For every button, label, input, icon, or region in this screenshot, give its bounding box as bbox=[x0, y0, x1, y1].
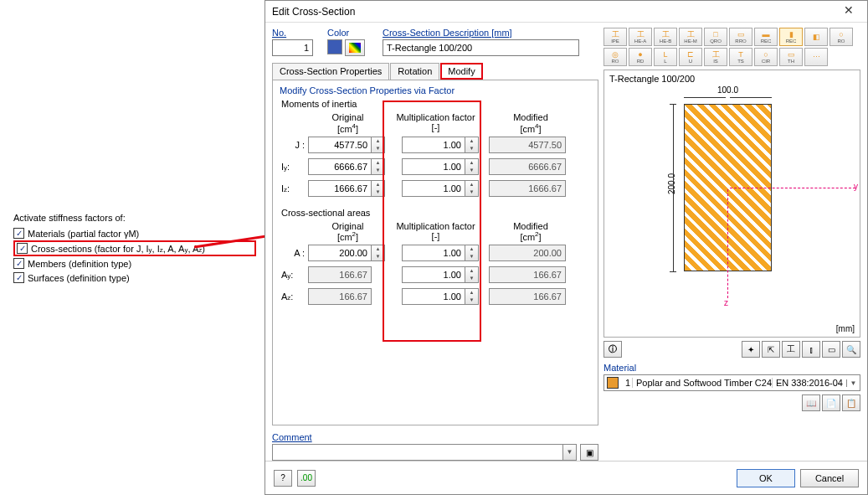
material-color-icon bbox=[607, 377, 619, 389]
material-new-button[interactable]: 📄 bbox=[822, 394, 840, 411]
az-modified bbox=[489, 288, 566, 305]
activate-stiffness-panel: Activate stiffness factors of: ✓Material… bbox=[13, 213, 256, 285]
desc-label: Cross-Section Description [mm] bbox=[383, 28, 598, 38]
a-modified bbox=[489, 245, 566, 261]
dim-height: 200.0 bbox=[667, 173, 676, 194]
profile-hea[interactable]: 工HE-A bbox=[629, 28, 652, 46]
tab-properties[interactable]: Cross-Section Properties bbox=[272, 63, 389, 80]
section-title: Modify Cross-Section Properties via Fact… bbox=[280, 85, 591, 95]
tab-bar: Cross-Section Properties Rotation Modify bbox=[272, 63, 598, 80]
profile-rec2[interactable]: ▮REC bbox=[779, 28, 803, 46]
profile-u[interactable]: ⊏U bbox=[679, 48, 702, 66]
color-swatch[interactable] bbox=[327, 39, 342, 54]
z-axis bbox=[727, 189, 728, 298]
help-button[interactable]: ? bbox=[274, 470, 292, 487]
material-label: Material bbox=[603, 363, 860, 373]
profile-th[interactable]: ▭TH bbox=[779, 48, 803, 66]
iy-original[interactable] bbox=[308, 158, 372, 175]
cancel-button[interactable]: Cancel bbox=[800, 469, 859, 487]
dialog-footer: ? .00 OK Cancel bbox=[265, 461, 867, 494]
check-icon: ✓ bbox=[13, 228, 24, 239]
stress-button[interactable]: ⫿ bbox=[802, 341, 820, 358]
iz-modified bbox=[489, 180, 566, 197]
number-input[interactable] bbox=[272, 39, 313, 56]
ay-original bbox=[308, 266, 372, 283]
profile-is[interactable]: 工IS bbox=[704, 48, 727, 66]
units-button[interactable]: .00 bbox=[297, 470, 316, 487]
chevron-down-icon: ▼ bbox=[846, 379, 860, 387]
ay-modified bbox=[489, 266, 566, 283]
profile-qro[interactable]: □QRO bbox=[704, 28, 727, 46]
profile-more[interactable]: ⋯ bbox=[804, 48, 828, 66]
palette-button[interactable] bbox=[345, 39, 365, 56]
no-label: No. bbox=[272, 28, 321, 38]
comment-combo[interactable]: ▼ bbox=[272, 444, 577, 461]
title-bar: Edit Cross-Section ✕ bbox=[265, 1, 867, 23]
profile-ipe[interactable]: 工IPE bbox=[603, 28, 627, 46]
palette-icon bbox=[349, 43, 361, 53]
comment-label: Comment bbox=[272, 432, 598, 442]
material-combo[interactable]: 1 Poplar and Softwood Timber C24 EN 338:… bbox=[603, 374, 860, 391]
profile-l[interactable]: LL bbox=[654, 48, 677, 66]
profile-cir[interactable]: ○CIR bbox=[754, 48, 778, 66]
checkbox-materials[interactable]: ✓Materials (partial factor γM) bbox=[13, 226, 256, 240]
profile-ro[interactable]: ○RO bbox=[829, 28, 853, 46]
chevron-down-icon: ▼ bbox=[562, 445, 576, 460]
detail-button[interactable]: ▭ bbox=[822, 341, 840, 358]
iy-modified bbox=[489, 158, 566, 175]
y-axis-label: y bbox=[854, 182, 858, 191]
close-button[interactable]: ✕ bbox=[837, 3, 860, 20]
profile-heb[interactable]: 工HE-B bbox=[654, 28, 677, 46]
a-original[interactable] bbox=[308, 245, 372, 261]
print-button[interactable]: 🔍 bbox=[842, 341, 860, 358]
profile-library: 工IPE 工HE-A 工HE-B 工HE-M □QRO ▭RRO ▬REC ▮R… bbox=[603, 28, 860, 66]
edit-cross-section-dialog: Edit Cross-Section ✕ No. Color Cross-Sec… bbox=[265, 0, 868, 495]
material-edit-button[interactable]: 📋 bbox=[842, 394, 860, 411]
profile-3d[interactable]: ◧ bbox=[804, 28, 828, 46]
profile-rd[interactable]: ●RD bbox=[629, 48, 652, 66]
az-original bbox=[308, 288, 372, 305]
dim-width: 100.0 bbox=[684, 85, 772, 95]
z-axis-label: z bbox=[724, 298, 728, 307]
color-label: Color bbox=[327, 28, 376, 38]
profile-rec[interactable]: ▬REC bbox=[754, 28, 778, 46]
axis-button[interactable]: ✦ bbox=[742, 341, 760, 358]
iz-original[interactable] bbox=[308, 180, 372, 197]
j-modified bbox=[489, 137, 566, 153]
profile-hem[interactable]: 工HE-M bbox=[679, 28, 702, 46]
ok-button[interactable]: OK bbox=[737, 469, 795, 487]
comment-button[interactable]: ▣ bbox=[580, 444, 598, 461]
profile-ro2[interactable]: ◎RO bbox=[603, 48, 627, 66]
preview-title: T-Rectangle 100/200 bbox=[609, 74, 695, 84]
checkbox-cross-sections[interactable]: ✓Cross-sections (factor for J, Iy, Iz, A… bbox=[13, 240, 256, 256]
profile-rro[interactable]: ▭RRO bbox=[729, 28, 752, 46]
dialog-title: Edit Cross-Section bbox=[272, 6, 837, 18]
panel-heading: Activate stiffness factors of: bbox=[13, 213, 256, 223]
checkbox-surfaces[interactable]: ✓Surfaces (definition type) bbox=[13, 271, 256, 285]
tab-rotation[interactable]: Rotation bbox=[390, 63, 439, 80]
checkbox-members[interactable]: ✓Members (definition type) bbox=[13, 256, 256, 271]
description-input[interactable] bbox=[383, 39, 579, 56]
material-library-button[interactable]: 📖 bbox=[802, 394, 820, 411]
check-icon: ✓ bbox=[17, 243, 28, 254]
profile-ts[interactable]: TTS bbox=[729, 48, 752, 66]
check-icon: ✓ bbox=[13, 258, 24, 269]
tab-modify[interactable]: Modify bbox=[440, 63, 482, 80]
j-original[interactable] bbox=[308, 137, 372, 153]
values-button[interactable]: 工 bbox=[782, 341, 800, 358]
modify-tab-content: Modify Cross-Section Properties via Fact… bbox=[272, 80, 598, 425]
unit-label: [mm] bbox=[836, 324, 855, 333]
section-preview: T-Rectangle 100/200 100.0 200.0 y z [mm] bbox=[603, 70, 860, 338]
factor-column-highlight bbox=[383, 101, 481, 342]
check-icon: ✓ bbox=[13, 272, 24, 283]
info-button[interactable]: ⓘ bbox=[603, 341, 622, 358]
y-axis bbox=[730, 188, 855, 188]
dim-button[interactable]: ⇱ bbox=[762, 341, 780, 358]
